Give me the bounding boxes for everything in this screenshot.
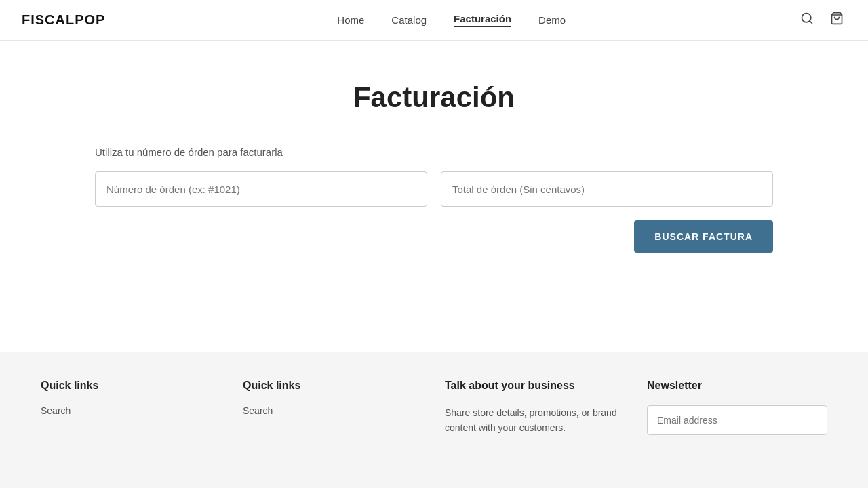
main-content: Facturación Utiliza tu número de órden p… [0, 41, 868, 352]
footer-col4-heading: Newsletter [647, 380, 827, 392]
footer-col1-search-link[interactable]: Search [41, 405, 221, 416]
buscar-factura-button[interactable]: BUSCAR FACTURA [634, 220, 773, 253]
svg-line-1 [810, 21, 812, 24]
site-footer: Quick links Search Quick links Search Ta… [0, 352, 868, 488]
footer-col3-heading: Talk about your business [445, 380, 625, 392]
header-actions [797, 9, 846, 31]
page-title: Facturación [353, 81, 515, 114]
nav-facturacion[interactable]: Facturación [454, 13, 511, 27]
order-total-input[interactable] [441, 171, 773, 207]
nav-home[interactable]: Home [337, 14, 364, 26]
main-nav: Home Catalog Facturación Demo [337, 13, 566, 27]
form-description: Utiliza tu número de órden para facturar… [95, 146, 773, 158]
footer-col-1: Quick links Search [41, 380, 221, 436]
footer-col-2: Quick links Search [243, 380, 423, 436]
footer-col1-heading: Quick links [41, 380, 221, 392]
footer-col3-description: Share store details, promotions, or bran… [445, 405, 625, 436]
nav-demo[interactable]: Demo [538, 14, 566, 26]
cart-icon[interactable] [827, 9, 846, 31]
site-header: FISCALPOP Home Catalog Facturación Demo [0, 0, 868, 41]
nav-catalog[interactable]: Catalog [391, 14, 427, 26]
newsletter-email-input[interactable] [647, 405, 827, 435]
footer-col2-search-link[interactable]: Search [243, 405, 423, 416]
facturacion-form-section: Utiliza tu número de órden para facturar… [95, 146, 773, 253]
form-row [95, 171, 773, 207]
search-icon[interactable] [797, 9, 816, 31]
footer-col-3: Talk about your business Share store det… [445, 380, 625, 436]
footer-col2-heading: Quick links [243, 380, 423, 392]
brand-logo[interactable]: FISCALPOP [22, 12, 105, 28]
form-actions: BUSCAR FACTURA [95, 220, 773, 253]
footer-col-4: Newsletter [647, 380, 827, 436]
order-number-input[interactable] [95, 171, 427, 207]
footer-grid: Quick links Search Quick links Search Ta… [41, 380, 827, 436]
